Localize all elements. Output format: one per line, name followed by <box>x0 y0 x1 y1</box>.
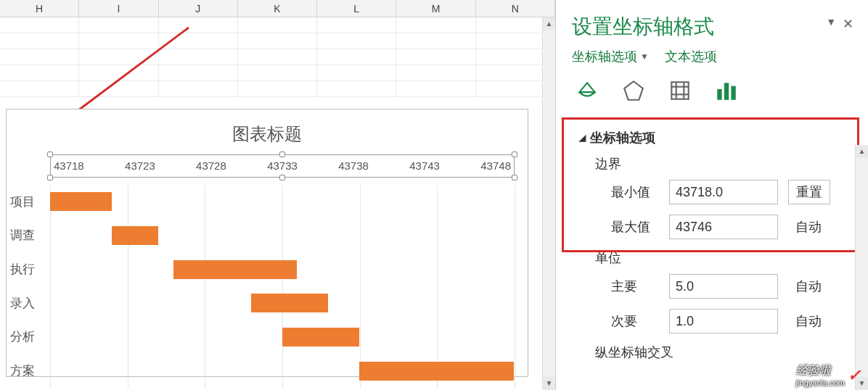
major-label: 主要 <box>611 278 669 295</box>
bar[interactable] <box>173 260 297 279</box>
auto-label: 自动 <box>788 309 829 333</box>
plot-area[interactable]: 项目 调查 执行 录入 分析 方案 <box>50 185 515 388</box>
check-icon: ✓ <box>848 366 861 385</box>
svg-rect-11 <box>731 86 735 100</box>
max-label: 最大值 <box>611 218 669 236</box>
category-label: 调查 <box>10 227 46 244</box>
close-icon[interactable]: ✕ <box>843 16 853 32</box>
svg-rect-4 <box>671 82 688 99</box>
axis-tick: 43723 <box>125 159 155 172</box>
svg-rect-10 <box>724 83 729 99</box>
spreadsheet-area: H I J K L M N 图表标题 <box>0 0 556 390</box>
category-label: 项目 <box>10 194 46 210</box>
svg-marker-3 <box>624 81 643 100</box>
category-label: 执行 <box>10 261 46 278</box>
axis-tick: 43738 <box>338 159 369 172</box>
category-label: 方案 <box>10 362 46 379</box>
collapse-icon: ◢ <box>579 133 586 143</box>
chart-icon[interactable] <box>714 78 739 106</box>
chevron-down-icon: ▼ <box>640 51 649 62</box>
pane-menu-icon[interactable]: ▼ <box>826 16 836 28</box>
watermark-url: jingyanla.com <box>796 378 845 387</box>
effects-icon[interactable] <box>621 78 646 106</box>
bar[interactable] <box>251 294 328 312</box>
format-axis-pane: 设置坐标轴格式 ▼ ✕ 坐标轴选项 ▼ 文本选项 <box>556 0 868 390</box>
tab-label: 坐标轴选项 <box>572 48 637 65</box>
embedded-chart[interactable]: 图表标题 43718 43723 43728 43733 43738 43743… <box>6 109 528 377</box>
bar[interactable] <box>282 328 359 347</box>
category-label: 录入 <box>10 295 46 312</box>
minor-label: 次要 <box>611 312 669 330</box>
column-header-row: H I J K L M N <box>0 0 555 17</box>
pane-title: 设置坐标轴格式 <box>572 13 858 41</box>
fill-icon[interactable] <box>575 78 599 106</box>
col-header[interactable]: I <box>79 0 158 17</box>
max-input[interactable] <box>669 215 778 239</box>
watermark-text: 经验啦 <box>796 364 831 376</box>
col-header[interactable]: N <box>476 0 555 17</box>
scroll-up-icon[interactable]: ▲ <box>856 145 868 158</box>
axis-tick: 43743 <box>409 159 440 172</box>
auto-label: 自动 <box>788 215 829 239</box>
tab-label: 文本选项 <box>665 48 717 65</box>
category-label: 分析 <box>10 328 46 345</box>
auto-label: 自动 <box>788 274 829 299</box>
axis-tick: 43748 <box>480 159 511 172</box>
bar[interactable] <box>50 192 112 211</box>
size-icon[interactable] <box>668 78 692 106</box>
tab-axis-options[interactable]: 坐标轴选项 ▼ <box>572 48 649 65</box>
min-label: 最小值 <box>611 183 669 201</box>
section-label: 坐标轴选项 <box>590 129 655 146</box>
watermark: 经验啦 jingyanla.com ✓ <box>796 363 861 387</box>
minor-input[interactable] <box>669 309 778 333</box>
vertical-scrollbar[interactable]: ▲ ▼ <box>855 145 868 390</box>
bounds-label: 边界 <box>595 155 851 173</box>
reset-button[interactable]: 重置 <box>788 180 830 204</box>
col-header[interactable]: M <box>396 0 475 17</box>
bar-series <box>50 185 515 388</box>
vertical-scrollbar[interactable]: ▲ ▼ <box>542 17 555 390</box>
scroll-down-icon[interactable]: ▼ <box>543 377 555 390</box>
chart-title[interactable]: 图表标题 <box>7 109 528 154</box>
axis-tick: 43718 <box>54 159 84 172</box>
bar[interactable] <box>112 226 158 245</box>
svg-rect-9 <box>717 89 721 100</box>
scroll-up-icon[interactable]: ▲ <box>543 17 555 30</box>
col-header[interactable]: K <box>238 0 317 17</box>
units-label: 单位 <box>595 249 851 267</box>
major-input[interactable] <box>669 274 778 299</box>
min-input[interactable] <box>669 180 778 204</box>
tab-text-options[interactable]: 文本选项 <box>665 48 717 65</box>
axis-tick: 43733 <box>267 159 298 172</box>
section-axis-options[interactable]: ◢ 坐标轴选项 <box>579 129 851 146</box>
x-axis-selected[interactable]: 43718 43723 43728 43733 43738 43743 4374… <box>50 154 515 178</box>
bar[interactable] <box>359 362 514 381</box>
axis-tick: 43728 <box>196 159 226 172</box>
cross-label: 纵坐标轴交叉 <box>595 344 851 361</box>
col-header[interactable]: H <box>0 0 79 17</box>
col-header[interactable]: J <box>159 0 238 17</box>
col-header[interactable]: L <box>317 0 396 17</box>
